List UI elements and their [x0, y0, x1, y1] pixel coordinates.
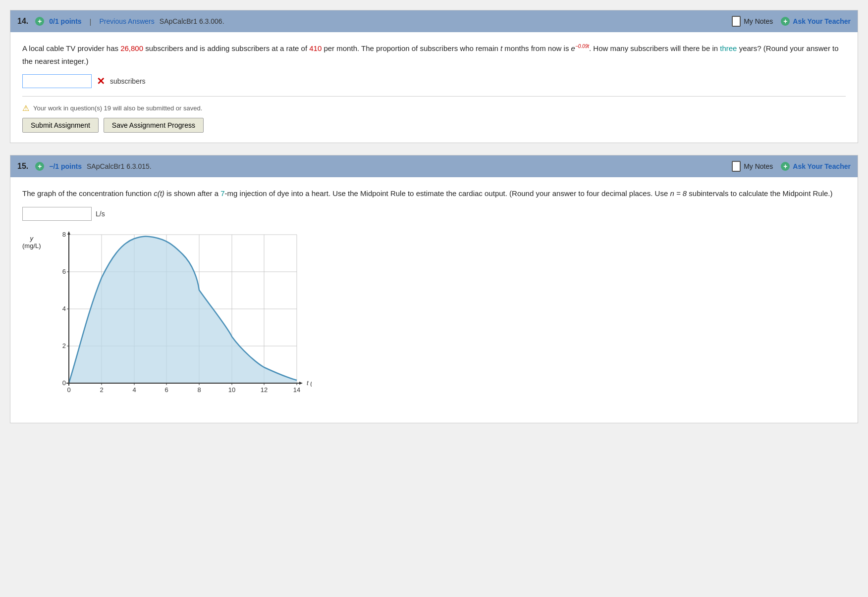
ls-input-row-15: L/s [22, 207, 846, 221]
svg-text:4: 4 [132, 386, 136, 394]
plus-icon-ask-14: + [781, 17, 790, 26]
n-eq-8: n = 8 [670, 189, 687, 198]
warning-icon-14: ⚠ [22, 103, 29, 113]
question-15-body: The graph of the concentration function … [10, 177, 858, 423]
unit-label-15: L/s [96, 210, 105, 218]
answer-input-15[interactable] [22, 207, 92, 221]
y-axis-arrow [67, 231, 70, 235]
unit-label-14: subscribers [110, 77, 146, 85]
problem-text-15: The graph of the concentration function … [22, 187, 846, 200]
answer-row-14: ✕ subscribers [22, 74, 846, 88]
svg-text:0: 0 [62, 379, 65, 387]
answer-input-14[interactable] [22, 74, 92, 88]
header-right-15: My Notes + Ask Your Teacher [732, 161, 851, 172]
question-14-points: 0/1 points [49, 17, 81, 25]
exponent-val: −0.09t [575, 44, 589, 49]
svg-text:6: 6 [62, 268, 65, 275]
divider-14 [22, 96, 846, 97]
question-14-body: A local cable TV provider has 26,800 sub… [10, 32, 858, 143]
submit-assignment-button[interactable]: Submit Assignment [22, 118, 99, 133]
x-axis-label-text: t (seconds) [307, 379, 312, 387]
question-15-header: 15. + −/1 points SApCalcBr1 6.3.015. My … [10, 155, 858, 177]
c-t-func: c(t) [154, 189, 164, 198]
rate-num: 410 [309, 44, 322, 52]
my-notes-button-15[interactable]: My Notes [732, 161, 773, 172]
concentration-fill [69, 236, 297, 383]
my-notes-button-14[interactable]: My Notes [732, 16, 773, 27]
ask-teacher-button-14[interactable]: + Ask Your Teacher [781, 17, 851, 26]
graph-wrap-15: y (mg/L) [22, 230, 846, 413]
subscribers-num: 26,800 [120, 44, 143, 52]
question-15-number: 15. [17, 162, 28, 171]
question-15-points: −/1 points [49, 162, 82, 170]
ask-teacher-button-15[interactable]: + Ask Your Teacher [781, 162, 851, 171]
question-14-header: 14. + 0/1 points | Previous Answers SApC… [10, 10, 858, 32]
x-mark-14: ✕ [97, 75, 105, 87]
plus-icon-ask-15: + [781, 162, 790, 171]
course-code-14: SApCalcBr1 6.3.006. [160, 17, 224, 25]
svg-text:2: 2 [62, 342, 65, 349]
svg-text:4: 4 [62, 305, 65, 312]
svg-text:2: 2 [100, 386, 103, 394]
problem-text-14: A local cable TV provider has 26,800 sub… [22, 42, 846, 67]
x-axis-ticks: 0 2 4 6 8 10 12 14 [67, 386, 300, 394]
y-axis-ticks: 0 2 4 6 8 [62, 231, 65, 387]
concentration-graph: 0 2 4 6 8 0 2 4 6 8 1 [44, 230, 312, 413]
y-axis-label-15: y (mg/L) [22, 235, 41, 249]
svg-text:12: 12 [260, 386, 267, 394]
x-axis-arrow [299, 382, 303, 385]
course-code-15: SApCalcBr1 6.3.015. [87, 162, 152, 170]
header-right-14: My Notes + Ask Your Teacher [732, 16, 851, 27]
svg-text:14: 14 [293, 386, 300, 394]
previous-answers-link-14[interactable]: Previous Answers [100, 17, 155, 25]
plus-icon-14: + [35, 17, 44, 26]
plus-icon-15: + [35, 162, 44, 171]
svg-text:10: 10 [228, 386, 235, 394]
question-15: 15. + −/1 points SApCalcBr1 6.3.015. My … [10, 155, 858, 423]
svg-text:0: 0 [67, 386, 70, 394]
action-buttons-14: Submit Assignment Save Assignment Progre… [22, 118, 846, 133]
years-word: three [720, 44, 737, 52]
separator-14: | [90, 17, 92, 26]
svg-text:8: 8 [62, 231, 65, 238]
svg-text:6: 6 [164, 386, 168, 394]
warning-row-14: ⚠ Your work in question(s) 19 will also … [22, 103, 846, 113]
doc-icon-14 [732, 16, 741, 27]
svg-text:8: 8 [197, 386, 201, 394]
save-assignment-button[interactable]: Save Assignment Progress [104, 118, 204, 133]
exponent-base: e−0.09t [571, 44, 589, 52]
question-14: 14. + 0/1 points | Previous Answers SApC… [10, 10, 858, 143]
question-14-number: 14. [17, 17, 28, 26]
seven-mg: 7 [220, 189, 224, 198]
doc-icon-15 [732, 161, 741, 172]
